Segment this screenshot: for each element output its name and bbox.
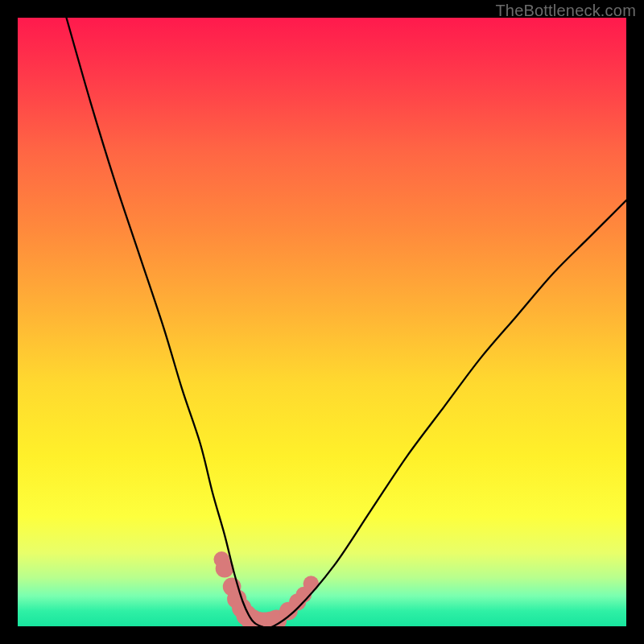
chart-svg — [18, 18, 626, 626]
plot-area — [18, 18, 626, 626]
data-marker — [303, 576, 320, 592]
bottleneck-curve — [66, 18, 626, 626]
marker-layer — [213, 551, 319, 626]
chart-frame: TheBottleneck.com — [0, 0, 644, 644]
